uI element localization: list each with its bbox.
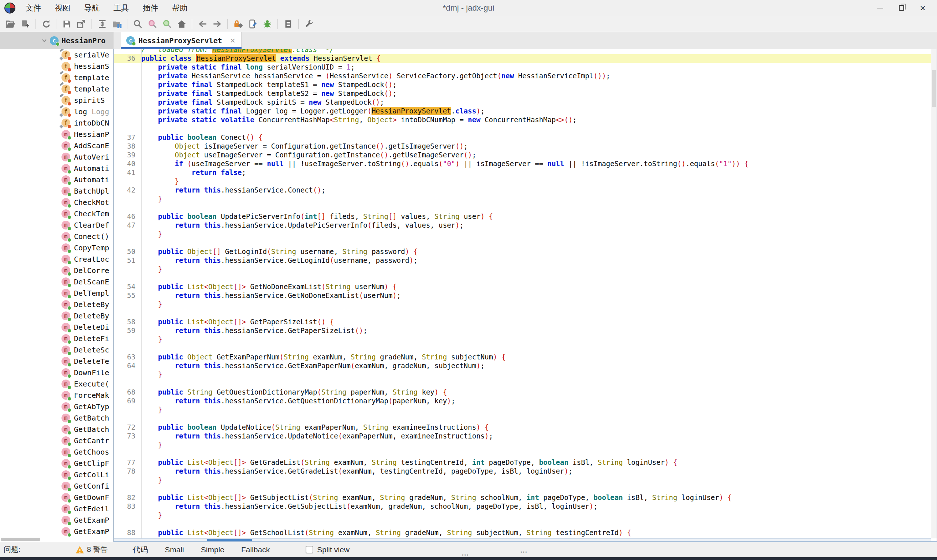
menu-item-4[interactable]: 插件 (138, 2, 163, 14)
tree-item-getabtyp[interactable]: mGetAbTyp (0, 401, 113, 412)
code-line[interactable]: private final StampedLock spiritS = new … (114, 98, 931, 107)
code-line[interactable] (114, 449, 931, 458)
code-line[interactable]: 38 Object isImageServer = Configuration.… (114, 142, 931, 151)
code-line[interactable]: } (114, 441, 931, 449)
tree-item-hessians[interactable]: fhessianS (0, 60, 113, 72)
code-line[interactable]: 63 public Object GetExamPaperNum(String … (114, 353, 931, 362)
split-view-toggle[interactable]: Split view (306, 545, 349, 554)
tree-item-getbatch[interactable]: mGetBatch (0, 412, 113, 423)
code-line[interactable]: } (114, 335, 931, 344)
tree-item-intodbcn[interactable]: fintoDbCN (0, 117, 113, 128)
view-tab-fallback[interactable]: Fallback (239, 544, 272, 555)
vertical-scrollbar[interactable] (931, 49, 937, 538)
code-line[interactable] (114, 309, 931, 318)
tree-item-getconfi[interactable]: mGetConfi (0, 480, 113, 492)
horizontal-scrollbar-thumb[interactable] (207, 539, 252, 542)
split-view-checkbox[interactable] (306, 546, 313, 554)
open-file-button[interactable] (3, 18, 18, 31)
tree-item-deleteby[interactable]: mDeleteBy (0, 298, 113, 310)
sync-with-editor-button[interactable] (95, 18, 109, 31)
view-tab-smali[interactable]: Smali (163, 544, 186, 555)
tree-item-getexamp[interactable]: mGetExamP (0, 526, 113, 537)
code-line[interactable]: } (114, 265, 931, 274)
tree-item-hessianp[interactable]: mHessianP (0, 128, 113, 140)
tree-item-delcorre[interactable]: mDelCorre (0, 265, 113, 276)
tree-item-log[interactable]: flog Logg (0, 106, 113, 117)
code-line[interactable]: } (114, 476, 931, 485)
code-line[interactable]: 69 return this.hessianService.GetQuestio… (114, 397, 931, 406)
minimize-button[interactable] (870, 1, 891, 15)
tree-item-getcolli[interactable]: mGetColLi (0, 469, 113, 480)
tree-item-deltempl[interactable]: mDelTempl (0, 287, 113, 298)
tree-item-cleardef[interactable]: mClearDef (0, 219, 113, 231)
device-debug-button[interactable] (245, 18, 260, 31)
menu-item-3[interactable]: 工具 (108, 2, 134, 14)
export-button[interactable] (74, 18, 89, 31)
splitter-grip[interactable]: ••• (520, 551, 528, 554)
sidebar-horizontal-scrollbar[interactable] (1, 538, 40, 541)
horizontal-scrollbar[interactable] (114, 538, 931, 542)
tree-item-getdownf[interactable]: mGetDownF (0, 492, 113, 503)
view-tab-simple[interactable]: Simple (199, 544, 226, 555)
tree-item-automati[interactable]: mAutomati (0, 174, 113, 185)
comment-search-button[interactable] (160, 18, 174, 31)
tree-item-getexamp[interactable]: mGetExamP (0, 514, 113, 526)
tree-item-delscane[interactable]: mDelScanE (0, 276, 113, 287)
code-line[interactable]: private HessianService hessianService = … (114, 72, 931, 80)
code-line[interactable]: private static volatile ConcurrentHashMa… (114, 115, 931, 125)
tree-item-template[interactable]: ftemplate (0, 83, 113, 94)
code-line[interactable]: / loaded from: HessianProxyServlet.class… (114, 49, 931, 54)
tree-item-conect[interactable]: mConect() (0, 231, 113, 242)
splitter-grip[interactable]: ••• (462, 554, 469, 556)
save-all-button[interactable] (59, 18, 74, 31)
view-tab-code[interactable]: 代码 (130, 543, 150, 556)
tree-item-batchupl[interactable]: mBatchUpl (0, 185, 113, 197)
code-line[interactable]: 50 public Object[] GetLoginId(String use… (114, 248, 931, 256)
tree-item-template[interactable]: ftemplate (0, 72, 113, 83)
nav-forward-button[interactable] (210, 18, 225, 31)
chevron-down-icon[interactable] (41, 37, 48, 44)
code-line[interactable]: 88 public List<Object[]> GetSchoolList(S… (114, 529, 931, 537)
code-line[interactable]: 42 return this.hessianService.Conect(); (114, 186, 931, 195)
code-line[interactable]: 55 return this.hessianService.GetNoDoneE… (114, 291, 931, 300)
add-files-button[interactable] (18, 18, 32, 31)
tree-item-deleteby[interactable]: mDeleteBy (0, 310, 113, 322)
code-line[interactable]: 68 public String GetQuestionDictionaryMa… (114, 388, 931, 397)
tree-item-deletesc[interactable]: mDeleteSc (0, 344, 113, 355)
menu-item-5[interactable]: 帮助 (167, 2, 192, 14)
tree-item-deletedi[interactable]: mDeleteDi (0, 322, 113, 333)
nav-back-button[interactable] (195, 18, 210, 31)
tree-item-creatloc[interactable]: mCreatLoc (0, 253, 113, 265)
code-line[interactable]: } (114, 511, 931, 520)
close-button[interactable]: × (912, 1, 933, 15)
tree-root-class[interactable]: c HessianPro (0, 32, 113, 49)
tree-item-deletefi[interactable]: mDeleteFi (0, 333, 113, 344)
code-line[interactable] (114, 485, 931, 493)
code-line[interactable]: 40 if (useImageServer == null || !useIma… (114, 160, 931, 168)
code-line-current[interactable]: 36public class HessianProxyServlet exten… (114, 54, 931, 63)
code-line[interactable]: 41 return false; (114, 168, 931, 177)
code-line[interactable]: 51 return this.hessianService.GetLoginId… (114, 256, 931, 265)
tab-hessianproxyservlet[interactable]: c HessianProxyServlet × (121, 32, 242, 49)
tree-item-checktem[interactable]: mCheckTem (0, 208, 113, 219)
tree-item-getbatch[interactable]: mGetBatch (0, 423, 113, 435)
code-line[interactable]: } (114, 230, 931, 238)
code-line[interactable]: 83 return this.hessianService.GetSubject… (114, 502, 931, 511)
code-line[interactable]: 78 return this.hessianService.GetGradeLi… (114, 467, 931, 476)
code-line[interactable]: } (114, 300, 931, 309)
tree-item-addscane[interactable]: mAddScanE (0, 140, 113, 151)
text-search-button[interactable] (130, 18, 145, 31)
code-line[interactable]: 39 Object useImageServer = Configuration… (114, 151, 931, 160)
tree-item-checkmot[interactable]: mCheckMot (0, 197, 113, 208)
code-line[interactable] (114, 520, 931, 529)
code-line[interactable]: 46 public boolean UpdatePicServerInfo(in… (114, 212, 931, 221)
code-line[interactable]: 47 return this.hessianService.UpdatePicS… (114, 221, 931, 230)
code-line[interactable] (114, 379, 931, 388)
tree-item-getedeil[interactable]: mGetEdeil (0, 503, 113, 514)
code-editor[interactable]: / loaded from: HessianProxyServlet.class… (114, 49, 937, 542)
vertical-scrollbar-thumb[interactable] (932, 70, 936, 107)
code-line[interactable] (114, 274, 931, 283)
code-line[interactable] (114, 238, 931, 248)
code-line[interactable]: } (114, 406, 931, 414)
tree-item-spirits[interactable]: fspiritS (0, 94, 113, 106)
